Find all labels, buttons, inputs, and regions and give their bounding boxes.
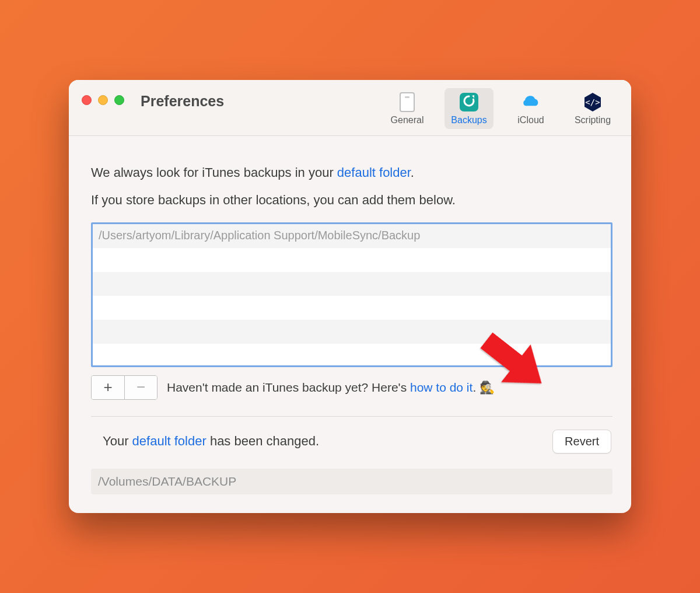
intro-text: We always look for iTunes backups in you… xyxy=(91,165,337,180)
hint-text: Haven't made an iTunes backup yet? Here'… xyxy=(167,381,410,394)
list-actions-row: + − Haven't made an iTunes backup yet? H… xyxy=(91,375,612,400)
window-title: Preferences xyxy=(141,88,224,110)
icloud-icon xyxy=(520,92,541,113)
preferences-toolbar: General Backups iCloud xyxy=(383,88,620,129)
intro-line-1: We always look for iTunes backups in you… xyxy=(91,164,612,182)
preferences-window: Preferences General xyxy=(69,80,631,513)
status-text: Your default folder has been changed. xyxy=(92,434,319,449)
traffic-lights xyxy=(82,88,124,105)
hint-text: . 🕵️ xyxy=(473,381,495,394)
tab-label: Scripting xyxy=(575,115,611,125)
tab-backups[interactable]: Backups xyxy=(444,88,494,129)
svg-rect-1 xyxy=(405,96,410,98)
tab-label: iCloud xyxy=(517,115,544,125)
intro-text: . xyxy=(411,165,414,180)
list-item[interactable] xyxy=(93,296,611,320)
tab-general[interactable]: General xyxy=(383,88,432,129)
maximize-window-button[interactable] xyxy=(114,95,124,105)
list-item[interactable] xyxy=(93,320,611,344)
status-post: has been changed. xyxy=(206,434,319,448)
default-folder-link[interactable]: default folder xyxy=(337,165,411,180)
tab-label: Backups xyxy=(451,115,487,125)
default-folder-status-link[interactable]: default folder xyxy=(132,434,206,448)
status-row: Your default folder has been changed. Re… xyxy=(91,430,612,454)
list-item[interactable] xyxy=(93,272,611,296)
tab-label: General xyxy=(391,115,424,125)
scripting-icon: </> xyxy=(582,92,603,113)
backup-hint: Haven't made an iTunes backup yet? Here'… xyxy=(167,381,495,395)
tab-scripting[interactable]: </> Scripting xyxy=(568,88,617,129)
close-window-button[interactable] xyxy=(82,95,92,105)
intro-line-2: If you store backups in other locations,… xyxy=(91,191,612,210)
how-to-backup-link[interactable]: how to do it xyxy=(410,381,473,394)
list-item[interactable] xyxy=(93,344,611,367)
general-icon xyxy=(397,92,418,113)
svg-text:</>: </> xyxy=(585,97,600,107)
status-pre: Your xyxy=(103,434,132,448)
minimize-window-button[interactable] xyxy=(98,95,108,105)
add-location-button[interactable]: + xyxy=(92,376,124,399)
divider xyxy=(91,416,612,417)
backups-icon xyxy=(459,92,480,113)
add-remove-buttons: + − xyxy=(91,375,158,400)
svg-rect-0 xyxy=(400,93,414,111)
default-folder-path-field[interactable]: /Volumes/DATA/BACKUP xyxy=(91,469,612,494)
list-item[interactable] xyxy=(93,248,611,272)
remove-location-button[interactable]: − xyxy=(124,376,157,399)
content-area: We always look for iTunes backups in you… xyxy=(69,136,631,513)
revert-button[interactable]: Revert xyxy=(552,430,611,454)
tab-icloud[interactable]: iCloud xyxy=(506,88,555,129)
list-item[interactable]: /Users/artyom/Library/Application Suppor… xyxy=(93,224,611,248)
titlebar: Preferences General xyxy=(69,80,631,136)
backup-locations-list[interactable]: /Users/artyom/Library/Application Suppor… xyxy=(91,222,612,367)
